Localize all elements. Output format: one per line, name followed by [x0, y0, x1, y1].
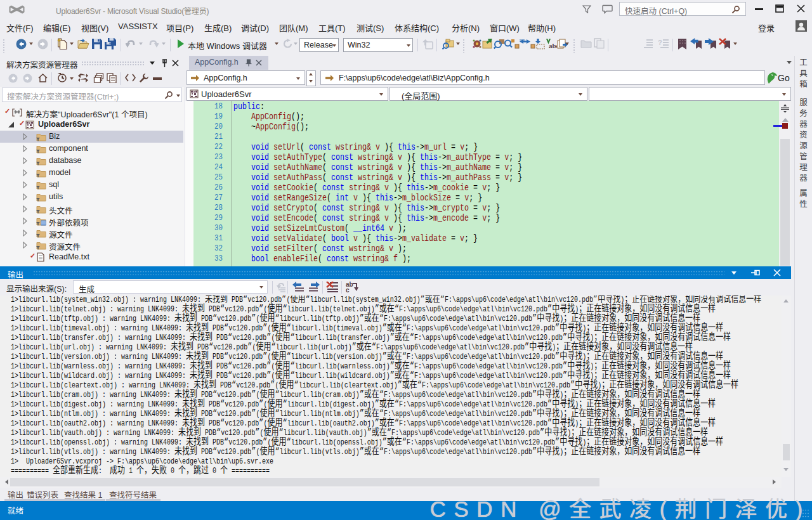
svg-text:c: c	[346, 287, 350, 293]
svg-text:?: ?	[658, 39, 662, 46]
